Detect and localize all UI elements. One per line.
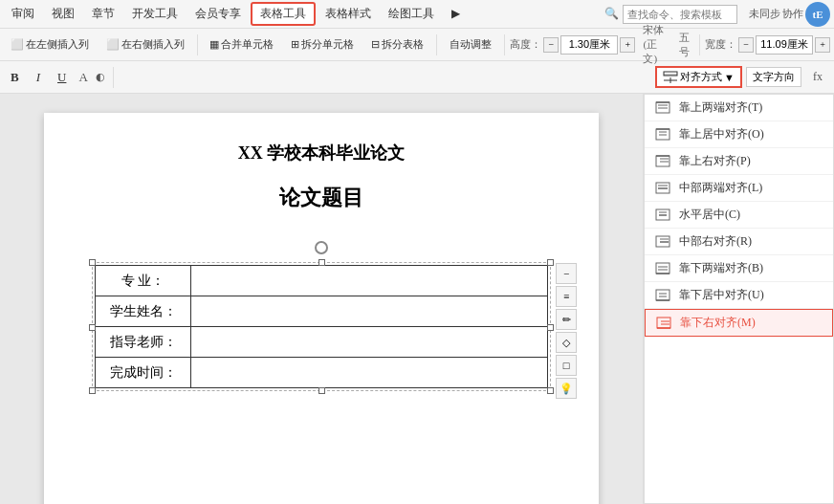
float-edit-btn[interactable]: ✏ — [556, 309, 577, 330]
height-minus-btn[interactable]: − — [543, 37, 559, 53]
toolbar-row2: B I U A ◐ 对齐方式 ▼ 文字方向 fx — [0, 61, 834, 94]
right-panel: 靠上两端对齐(T) 靠上居中对齐(O) 靠上右对齐(P) 中部两端对齐(L) — [643, 94, 834, 504]
menu-chapter[interactable]: 章节 — [84, 4, 122, 24]
align-bot-center[interactable]: 靠下居中对齐(U) — [645, 282, 833, 309]
width-input[interactable] — [756, 35, 813, 55]
insert-left-icon: ⬜ — [11, 38, 24, 51]
height-input-group: 高度： − + — [510, 35, 635, 55]
student-label: 学生姓名： — [96, 296, 191, 327]
school-title: XX 学校本科毕业论文 — [92, 142, 551, 164]
svg-rect-33 — [657, 318, 670, 328]
date-value[interactable] — [191, 358, 548, 388]
collab-btn[interactable]: 协作 — [782, 7, 803, 21]
search-input[interactable] — [623, 5, 737, 24]
menu-review[interactable]: 审阅 — [4, 4, 42, 24]
table-row: 专 业： — [96, 266, 548, 296]
handle-tr[interactable] — [547, 259, 554, 266]
font-color-icon: A — [78, 70, 87, 85]
align-toolbar-area: 对齐方式 ▼ 文字方向 fx — [655, 66, 830, 88]
float-rect-btn[interactable]: □ — [556, 355, 577, 376]
height-input[interactable] — [560, 35, 618, 55]
highlight-icon: ◐ — [96, 71, 105, 83]
user-avatar[interactable]: tE — [805, 2, 830, 27]
handle-br[interactable] — [547, 387, 554, 394]
doc-area: XX 学校本科毕业论文 论文题目 专 业： — [0, 94, 643, 504]
svg-rect-25 — [656, 263, 669, 274]
align-top-both-icon — [654, 101, 671, 115]
italic-btn[interactable]: I — [30, 67, 47, 88]
menu-devtools[interactable]: 开发工具 — [124, 4, 186, 24]
toolbar-row1: ⬜ 在左侧插入列 ⬜ 在右侧插入列 ▦ 合并单元格 ⊞ 拆分单元格 ⊟ 拆分表格… — [0, 29, 834, 61]
insert-left-btn[interactable]: ⬜ 在左侧插入列 — [4, 34, 96, 55]
width-minus-btn[interactable]: − — [738, 37, 754, 53]
alignment-dropdown: 靠上两端对齐(T) 靠上居中对齐(O) 靠上右对齐(P) 中部两端对齐(L) — [644, 94, 834, 504]
float-minus-btn[interactable]: − — [556, 263, 577, 284]
split-col-btn[interactable]: ⊟ 拆分表格 — [364, 34, 430, 55]
merge-btn[interactable]: ▦ 合并单元格 — [203, 34, 280, 55]
split-row-icon: ⊞ — [291, 38, 299, 51]
handle-bl[interactable] — [89, 387, 96, 394]
align-bot-both[interactable]: 靠下两端对齐(B) — [645, 255, 833, 282]
align-mid-both[interactable]: 中部两端对齐(L) — [645, 175, 833, 202]
float-diamond-btn[interactable]: ◇ — [556, 332, 577, 353]
sync-status[interactable]: 未同步 — [749, 7, 780, 21]
underline-btn[interactable]: U — [51, 67, 73, 88]
align-top-center-icon — [654, 128, 671, 142]
major-label: 专 业： — [96, 266, 191, 296]
advisor-value[interactable] — [191, 327, 548, 358]
align-top-right[interactable]: 靠上右对齐(P) — [645, 148, 833, 175]
document-page: XX 学校本科毕业论文 论文题目 专 业： — [44, 113, 599, 504]
date-label: 完成时间： — [96, 358, 191, 388]
align-mid-both-icon — [654, 182, 671, 195]
merge-icon: ▦ — [209, 38, 219, 51]
menu-bar: 审阅 视图 章节 开发工具 会员专享 表格工具 表格样式 绘图工具 ▶ 🔍 未同… — [0, 0, 834, 29]
bold-btn[interactable]: B — [4, 67, 26, 88]
thesis-label: 论文题目 — [92, 184, 551, 212]
align-top-both[interactable]: 靠上两端对齐(T) — [645, 95, 833, 121]
split-row-btn[interactable]: ⊞ 拆分单元格 — [284, 34, 361, 55]
menu-table-tools[interactable]: 表格工具 — [251, 2, 316, 26]
float-bulb-btn[interactable]: 💡 — [556, 378, 577, 399]
align-mode-label: 对齐方式 — [680, 70, 722, 84]
width-label: 宽度： — [705, 37, 736, 52]
insert-right-icon: ⬜ — [106, 38, 120, 51]
menu-view[interactable]: 视图 — [44, 4, 82, 24]
menu-table-style[interactable]: 表格样式 — [318, 4, 379, 24]
auto-adjust-btn[interactable]: 自动调整 — [443, 34, 498, 55]
search-area: 🔍 — [604, 5, 737, 24]
height-plus-btn[interactable]: + — [620, 37, 635, 53]
float-align-btn[interactable]: ≡ — [556, 286, 577, 307]
menu-member[interactable]: 会员专享 — [187, 4, 249, 24]
align-mid-center[interactable]: 水平居中(C) — [645, 202, 833, 229]
svg-rect-29 — [656, 290, 669, 300]
align-top-right-icon — [654, 155, 671, 168]
height-label: 高度： — [510, 37, 541, 52]
svg-rect-0 — [664, 72, 677, 76]
handle-tm[interactable] — [318, 259, 325, 266]
handle-tl[interactable] — [89, 259, 96, 266]
align-mid-center-icon — [654, 208, 671, 222]
rotate-handle-area — [92, 241, 551, 254]
font-size-label: 五号 — [679, 31, 690, 59]
align-bot-right-icon — [655, 317, 672, 330]
major-value[interactable] — [191, 266, 548, 296]
width-plus-btn[interactable]: + — [815, 37, 830, 53]
align-bot-right[interactable]: 靠下右对齐(M) — [645, 309, 833, 337]
align-mid-right-icon — [654, 235, 671, 249]
text-dir-btn[interactable]: 文字方向 — [746, 67, 801, 87]
menu-more[interactable]: ▶ — [444, 5, 468, 23]
align-top-center[interactable]: 靠上居中对齐(O) — [645, 121, 833, 148]
align-mode-btn[interactable]: 对齐方式 ▼ — [655, 66, 742, 88]
table-wrapper: 专 业： 学生姓名： 指导老师： 完成时间： — [92, 262, 551, 391]
student-value[interactable] — [191, 296, 548, 327]
insert-right-btn[interactable]: ⬜ 在右侧插入列 — [99, 34, 191, 55]
menu-drawing[interactable]: 绘图工具 — [381, 4, 442, 24]
handle-ml[interactable] — [89, 324, 96, 331]
handle-bm[interactable] — [318, 387, 325, 394]
thesis-table: 专 业： 学生姓名： 指导老师： 完成时间： — [95, 265, 548, 388]
fx-btn[interactable]: fx — [805, 68, 830, 86]
align-icon — [663, 71, 678, 84]
align-mid-right[interactable]: 中部右对齐(R) — [645, 229, 833, 255]
rotate-handle[interactable] — [315, 241, 328, 254]
handle-mr[interactable] — [547, 324, 554, 331]
